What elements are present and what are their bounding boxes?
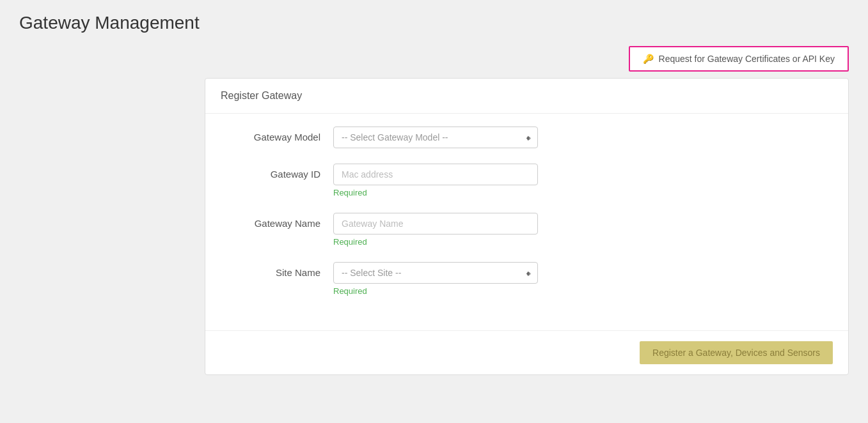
gateway-model-wrapper: -- Select Gateway Model -- ⬧ — [333, 127, 538, 148]
register-gateway-card: Register Gateway Gateway Model -- Select… — [205, 78, 849, 375]
page-title: Gateway Management — [19, 13, 849, 33]
request-btn-label: Request for Gateway Certificates or API … — [659, 54, 835, 64]
gateway-name-input[interactable] — [333, 213, 538, 235]
gateway-model-row: Gateway Model -- Select Gateway Model --… — [231, 127, 823, 148]
gateway-name-wrapper: Required — [333, 213, 538, 247]
gateway-id-wrapper: Required — [333, 164, 538, 197]
site-name-row: Site Name -- Select Site -- ⬧ Required — [231, 262, 823, 296]
site-name-select[interactable]: -- Select Site -- — [333, 262, 538, 284]
gateway-id-label: Gateway ID — [231, 164, 333, 180]
gateway-model-label: Gateway Model — [231, 127, 333, 142]
gateway-id-row: Gateway ID Required — [231, 164, 823, 197]
register-card-body: Gateway Model -- Select Gateway Model --… — [205, 114, 848, 330]
gateway-id-input[interactable] — [333, 164, 538, 185]
site-name-required: Required — [333, 286, 538, 296]
gateway-name-required: Required — [333, 237, 538, 247]
gateway-model-select[interactable]: -- Select Gateway Model -- — [333, 127, 538, 148]
site-name-label: Site Name — [231, 262, 333, 278]
card-footer: Register a Gateway, Devices and Sensors — [205, 330, 848, 374]
gateway-name-label: Gateway Name — [231, 213, 333, 229]
gateway-name-row: Gateway Name Required — [231, 213, 823, 247]
register-card-header: Register Gateway — [205, 79, 848, 114]
request-certificates-button[interactable]: 🔑 Request for Gateway Certificates or AP… — [629, 46, 849, 72]
key-icon: 🔑 — [643, 54, 654, 64]
site-name-wrapper: -- Select Site -- ⬧ Required — [333, 262, 538, 296]
register-submit-button[interactable]: Register a Gateway, Devices and Sensors — [640, 341, 833, 364]
gateway-id-required: Required — [333, 188, 538, 197]
